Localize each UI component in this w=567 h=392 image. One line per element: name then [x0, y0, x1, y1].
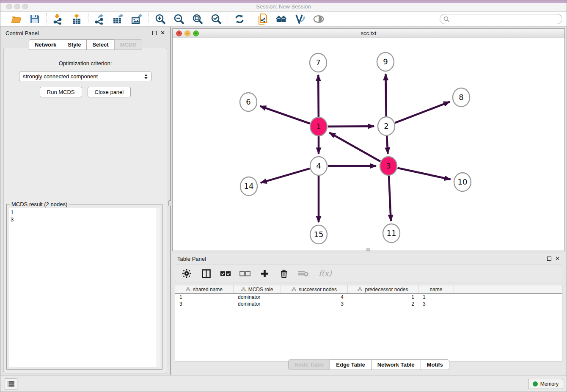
- table-cell[interactable]: 1: [175, 294, 234, 301]
- export-network-icon[interactable]: [94, 14, 105, 25]
- float-panel-icon[interactable]: [152, 31, 157, 35]
- edge-1-6[interactable]: [260, 106, 310, 124]
- zoom-out-icon[interactable]: [173, 14, 184, 25]
- node-1[interactable]: 1: [310, 117, 327, 136]
- table-settings-icon[interactable]: [181, 268, 192, 279]
- save-session-icon[interactable]: [29, 14, 40, 25]
- table-cell[interactable]: 3: [418, 301, 454, 307]
- edge-1-2[interactable]: [328, 126, 374, 127]
- node-15[interactable]: 15: [310, 225, 327, 244]
- split-view-icon[interactable]: [201, 268, 212, 279]
- column-header-shared-name[interactable]: shared name: [175, 285, 234, 293]
- node-6[interactable]: 6: [240, 93, 257, 111]
- function-builder-icon[interactable]: f(x): [317, 268, 333, 279]
- show-hide-details-icon[interactable]: [313, 14, 324, 25]
- table-cell[interactable]: 3: [175, 301, 234, 307]
- search-input[interactable]: [449, 16, 562, 22]
- toggle-visual-style-icon[interactable]: [295, 14, 306, 25]
- import-table-icon[interactable]: [71, 14, 82, 25]
- task-history-button[interactable]: [5, 378, 17, 389]
- tab-style[interactable]: Style: [62, 39, 87, 50]
- zoom-selected-icon[interactable]: [211, 14, 222, 25]
- node-7[interactable]: 7: [310, 53, 327, 72]
- tab-network-table[interactable]: Network Table: [371, 359, 421, 370]
- table-cell[interactable]: dominator: [234, 301, 281, 307]
- session-title: Session: New Session: [0, 3, 567, 10]
- column-header-predecessor-nodes[interactable]: predecessor nodes: [348, 285, 418, 293]
- tab-motifs[interactable]: Motifs: [421, 359, 449, 370]
- zoom-in-icon[interactable]: [155, 14, 166, 25]
- import-network-icon[interactable]: [52, 14, 63, 25]
- tab-select[interactable]: Select: [86, 39, 114, 50]
- close-panel-icon[interactable]: ✕: [160, 31, 165, 35]
- node-4[interactable]: 4: [310, 157, 327, 175]
- window-close-icon[interactable]: ✕: [176, 30, 182, 36]
- column-header-name[interactable]: name: [418, 285, 454, 293]
- table-cell[interactable]: 3: [281, 301, 348, 307]
- zoom-fit-icon[interactable]: [192, 14, 203, 25]
- window-maximize-icon[interactable]: +: [193, 30, 199, 36]
- column-header-MCDS-role[interactable]: MCDS role: [234, 285, 281, 293]
- search-box[interactable]: [440, 14, 562, 24]
- mcds-result-fieldset: MCDS result (2 nodes) 1 3: [6, 204, 162, 370]
- node-9[interactable]: 9: [377, 52, 394, 71]
- select-all-checkbox-icon[interactable]: [220, 268, 231, 279]
- node-14[interactable]: 14: [240, 177, 257, 196]
- tab-edge-table[interactable]: Edge Table: [330, 359, 371, 370]
- tab-network[interactable]: Network: [29, 39, 62, 50]
- optimization-dropdown[interactable]: strongly connected component: [19, 72, 151, 81]
- node-label: 6: [246, 97, 250, 106]
- table-row[interactable]: 1dominator411: [175, 294, 562, 301]
- deselect-all-checkbox-icon[interactable]: [239, 268, 250, 279]
- export-table-icon[interactable]: [113, 14, 124, 25]
- edge-2-9[interactable]: [385, 74, 386, 117]
- table-cell[interactable]: 4: [281, 294, 348, 301]
- tab-mcds[interactable]: MCDS: [114, 39, 142, 50]
- export-image-icon[interactable]: [132, 14, 143, 25]
- table-cell[interactable]: dominator: [234, 294, 281, 301]
- edge-4-14[interactable]: [261, 168, 310, 183]
- tab-node-table[interactable]: Node Table: [288, 359, 330, 370]
- edge-1-7[interactable]: [318, 75, 319, 117]
- table-tabs: Node TableEdge TableNetwork TableMotifs: [172, 359, 565, 370]
- edge-2-8[interactable]: [395, 102, 450, 123]
- window-minimize-icon[interactable]: −: [184, 30, 190, 36]
- delete-column-icon[interactable]: [278, 268, 289, 279]
- canvas-scroll-thumb[interactable]: [366, 248, 370, 251]
- node-table[interactable]: shared nameMCDS rolesuccessor nodesprede…: [175, 285, 562, 362]
- show-all-networks-icon[interactable]: [276, 14, 287, 25]
- node-label: 8: [459, 93, 463, 102]
- network-canvas[interactable]: 7968124314101511: [173, 38, 564, 251]
- memory-button[interactable]: Memory: [528, 379, 563, 389]
- close-panel-button[interactable]: Close panel: [88, 87, 131, 97]
- table-cell[interactable]: 2: [348, 301, 418, 307]
- delete-table-icon[interactable]: [298, 268, 309, 279]
- mcds-result-text[interactable]: 1 3: [9, 208, 157, 367]
- node-label: 11: [387, 229, 396, 237]
- node-3[interactable]: 3: [380, 157, 397, 175]
- network-window-titlebar[interactable]: ✕ − + scc.txt: [173, 29, 564, 38]
- table-cell[interactable]: 1: [348, 294, 418, 301]
- table-cell[interactable]: 1: [418, 294, 454, 301]
- open-session-icon[interactable]: [11, 14, 22, 25]
- edge-3-10[interactable]: [397, 168, 450, 179]
- table-float-icon[interactable]: [547, 257, 551, 261]
- result-scrollbar[interactable]: [157, 208, 160, 367]
- refresh-network-icon[interactable]: [234, 14, 245, 25]
- node-11[interactable]: 11: [383, 224, 400, 243]
- memory-label: Memory: [540, 381, 559, 387]
- table-close-icon[interactable]: ✕: [555, 257, 560, 261]
- column-header-successor-nodes[interactable]: successor nodes: [281, 285, 348, 293]
- run-mcds-button[interactable]: Run MCDS: [40, 87, 82, 97]
- node-10[interactable]: 10: [454, 173, 471, 191]
- dropdown-value: strongly connected component: [23, 73, 98, 80]
- clone-network-icon[interactable]: [257, 14, 268, 25]
- node-8[interactable]: 8: [453, 88, 470, 107]
- add-column-icon[interactable]: [259, 268, 270, 279]
- network-graph[interactable]: 7968124314101511: [173, 38, 564, 251]
- node-2[interactable]: 2: [378, 117, 395, 135]
- edge-3-1[interactable]: [329, 133, 380, 161]
- edge-2-3[interactable]: [387, 135, 388, 154]
- edge-3-11[interactable]: [389, 175, 391, 221]
- table-row[interactable]: 3dominator323: [175, 301, 562, 307]
